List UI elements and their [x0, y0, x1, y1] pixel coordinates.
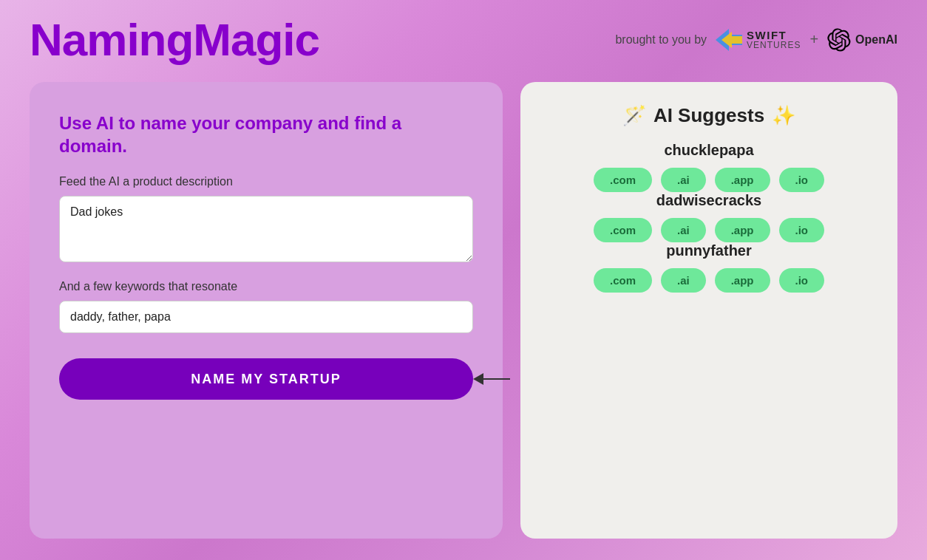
domain-badge-ai-2[interactable]: .ai — [661, 268, 706, 293]
swift-label: SWIFT — [747, 30, 801, 41]
sparkle-right-icon: ✨ — [772, 104, 795, 127]
domain-badge-app-0[interactable]: .app — [715, 168, 770, 192]
description-label: Feed the AI a product description — [59, 175, 473, 188]
domain-badges-0: .com.ai.app.io — [594, 168, 824, 192]
suggestion-name-0: chucklepapa — [664, 142, 753, 159]
description-group: Feed the AI a product description — [59, 175, 473, 262]
brought-by-text: brought to you by — [615, 33, 707, 47]
ai-suggests-title: AI Suggests — [653, 104, 764, 127]
suggestion-block-1: dadwisecracks.com.ai.app.io — [543, 192, 875, 242]
swift-ventures-icon — [716, 29, 742, 51]
description-input[interactable] — [59, 196, 473, 262]
domain-badge-com-0[interactable]: .com — [594, 168, 652, 192]
main-content: Use AI to name your company and find a d… — [0, 75, 927, 553]
header: NamingMagic brought to you by SWIFT VENT… — [0, 0, 927, 75]
app-title: NamingMagic — [30, 13, 319, 66]
right-panel: 🪄 AI Suggests ✨ chucklepapa.com.ai.app.i… — [520, 82, 897, 539]
domain-badge-com-1[interactable]: .com — [594, 218, 652, 242]
suggestion-block-0: chucklepapa.com.ai.app.io — [543, 142, 875, 192]
sparkle-left-icon: 🪄 — [622, 104, 646, 127]
openai-icon — [827, 28, 851, 52]
suggestion-block-2: punnyfather.com.ai.app.io — [543, 242, 875, 293]
name-startup-button[interactable]: NAME MY STARTUP — [59, 358, 473, 400]
ventures-label: VENTURES — [747, 41, 801, 49]
domain-badge-app-2[interactable]: .app — [715, 268, 770, 293]
domain-badges-1: .com.ai.app.io — [594, 218, 824, 242]
domain-badges-2: .com.ai.app.io — [594, 268, 824, 293]
keywords-label: And a few keywords that resonate — [59, 280, 473, 293]
domain-badge-io-0[interactable]: .io — [779, 168, 825, 192]
domain-badge-ai-0[interactable]: .ai — [661, 168, 706, 192]
openai-logo: OpenAI — [827, 28, 897, 52]
domain-badge-io-2[interactable]: .io — [779, 268, 825, 293]
left-panel-title: Use AI to name your company and find a d… — [59, 112, 473, 157]
left-panel: Use AI to name your company and find a d… — [30, 82, 503, 539]
suggestion-name-2: punnyfather — [666, 242, 752, 259]
keywords-input[interactable] — [59, 301, 473, 333]
branding-area: brought to you by SWIFT VENTURES + OpenA… — [615, 28, 897, 52]
domain-badge-io-1[interactable]: .io — [779, 218, 825, 242]
domain-badge-com-2[interactable]: .com — [594, 268, 652, 293]
arrow-indicator — [473, 373, 510, 385]
submit-wrapper: NAME MY STARTUP — [59, 358, 473, 400]
arrow-line — [483, 378, 510, 380]
ai-suggests-header: 🪄 AI Suggests ✨ — [543, 104, 875, 127]
swift-ventures-logo: SWIFT VENTURES — [716, 29, 801, 51]
plus-sign: + — [809, 31, 818, 48]
suggestions-container: chucklepapa.com.ai.app.iodadwisecracks.c… — [543, 142, 875, 293]
domain-badge-ai-1[interactable]: .ai — [661, 218, 706, 242]
arrow-head-icon — [473, 373, 483, 385]
openai-text: OpenAI — [855, 33, 897, 47]
domain-badge-app-1[interactable]: .app — [715, 218, 770, 242]
keywords-group: And a few keywords that resonate — [59, 280, 473, 333]
suggestion-name-1: dadwisecracks — [656, 192, 761, 209]
